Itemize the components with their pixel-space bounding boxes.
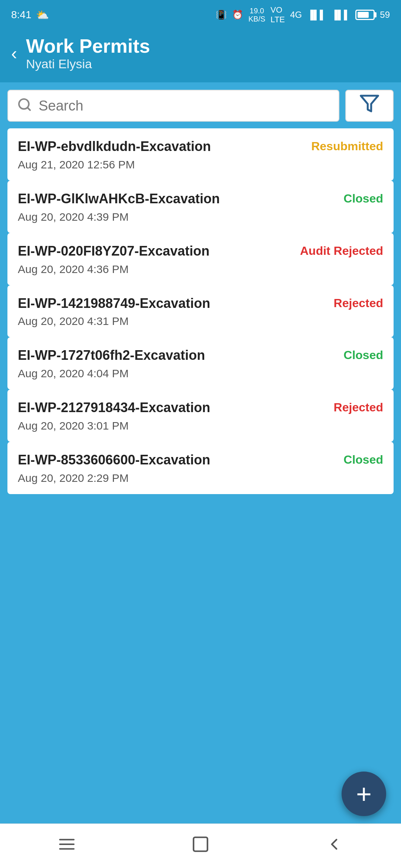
permit-status: Audit Rejected: [300, 243, 383, 258]
search-icon: [17, 97, 32, 114]
page-subtitle: Nyati Elysia: [26, 57, 150, 71]
permit-id: EI-WP-1727t06fh2-Excavation: [18, 347, 205, 364]
add-icon: +: [356, 780, 372, 807]
svg-line-1: [27, 108, 30, 110]
battery-icon: [355, 10, 375, 20]
filter-icon: [359, 93, 380, 118]
weather-icon: ⛅: [36, 9, 49, 21]
search-row: [7, 90, 394, 122]
volte-icon: VOLTE: [271, 5, 285, 24]
permit-date: Aug 20, 2020 4:36 PM: [18, 263, 209, 276]
permit-info: EI-WP-ebvdlkdudn-Excavation Aug 21, 2020…: [18, 138, 211, 171]
permit-date: Aug 20, 2020 4:31 PM: [18, 315, 210, 328]
permit-id: EI-WP-GlKlwAHKcB-Excavation: [18, 190, 220, 208]
svg-marker-2: [361, 96, 378, 111]
search-box[interactable]: [7, 90, 339, 122]
content-area: EI-WP-ebvdlkdudn-Excavation Aug 21, 2020…: [0, 82, 401, 823]
permit-card[interactable]: EI-WP-8533606600-Excavation Aug 20, 2020…: [7, 442, 394, 494]
filter-button[interactable]: [345, 90, 394, 122]
permit-card[interactable]: EI-WP-1727t06fh2-Excavation Aug 20, 2020…: [7, 337, 394, 389]
menu-icon[interactable]: [58, 835, 76, 857]
signal-bars-2: ▐▌▌: [331, 10, 350, 20]
alarm-icon: ⏰: [232, 10, 243, 20]
permit-date: Aug 20, 2020 4:39 PM: [18, 211, 220, 223]
data-speed: 19.0KB/S: [248, 7, 265, 23]
home-icon[interactable]: [191, 835, 210, 857]
permit-info: EI-WP-020FI8YZ07-Excavation Aug 20, 2020…: [18, 243, 209, 276]
permit-status: Closed: [343, 190, 383, 206]
permit-status: Closed: [343, 347, 383, 362]
permit-card[interactable]: EI-WP-1421988749-Excavation Aug 20, 2020…: [7, 285, 394, 338]
permit-id: EI-WP-8533606600-Excavation: [18, 451, 210, 469]
permit-status: Resubmitted: [311, 138, 383, 153]
permit-date: Aug 20, 2020 3:01 PM: [18, 420, 210, 432]
permit-date: Aug 20, 2020 4:04 PM: [18, 367, 205, 380]
network-icon: 4G: [290, 10, 302, 20]
permit-info: EI-WP-GlKlwAHKcB-Excavation Aug 20, 2020…: [18, 190, 220, 223]
signal-bars-1: ▐▌▌: [307, 10, 326, 20]
permit-list: EI-WP-ebvdlkdudn-Excavation Aug 21, 2020…: [7, 128, 394, 494]
permit-id: EI-WP-020FI8YZ07-Excavation: [18, 243, 209, 260]
back-button[interactable]: ‹: [11, 45, 17, 62]
permit-card[interactable]: EI-WP-ebvdlkdudn-Excavation Aug 21, 2020…: [7, 128, 394, 181]
permit-status: Rejected: [334, 399, 383, 414]
battery-level: 59: [380, 10, 390, 20]
back-nav-icon[interactable]: [325, 835, 343, 857]
permit-info: EI-WP-1421988749-Excavation Aug 20, 2020…: [18, 295, 210, 328]
permit-id: EI-WP-2127918434-Excavation: [18, 399, 210, 417]
header: ‹ Work Permits Nyati Elysia: [0, 28, 401, 82]
search-input[interactable]: [39, 98, 330, 114]
permit-id: EI-WP-ebvdlkdudn-Excavation: [18, 138, 211, 155]
permit-status: Rejected: [334, 295, 383, 310]
permit-card[interactable]: EI-WP-GlKlwAHKcB-Excavation Aug 20, 2020…: [7, 181, 394, 233]
permit-date: Aug 21, 2020 12:56 PM: [18, 158, 211, 171]
permit-card[interactable]: EI-WP-2127918434-Excavation Aug 20, 2020…: [7, 389, 394, 442]
vibrate-icon: 📳: [216, 10, 227, 20]
add-button[interactable]: +: [342, 772, 386, 816]
page-title: Work Permits: [26, 36, 150, 57]
permit-info: EI-WP-1727t06fh2-Excavation Aug 20, 2020…: [18, 347, 205, 380]
svg-rect-6: [193, 837, 208, 851]
status-bar: 8:41 ⛅ 📳 ⏰ 19.0KB/S VOLTE 4G ▐▌▌ ▐▌▌ 59: [0, 0, 401, 28]
bottom-nav: [0, 823, 401, 868]
permit-status: Closed: [343, 451, 383, 467]
permit-card[interactable]: EI-WP-020FI8YZ07-Excavation Aug 20, 2020…: [7, 233, 394, 285]
permit-info: EI-WP-2127918434-Excavation Aug 20, 2020…: [18, 399, 210, 432]
permit-id: EI-WP-1421988749-Excavation: [18, 295, 210, 312]
permit-date: Aug 20, 2020 2:29 PM: [18, 472, 210, 484]
time-display: 8:41: [11, 9, 32, 21]
permit-info: EI-WP-8533606600-Excavation Aug 20, 2020…: [18, 451, 210, 484]
